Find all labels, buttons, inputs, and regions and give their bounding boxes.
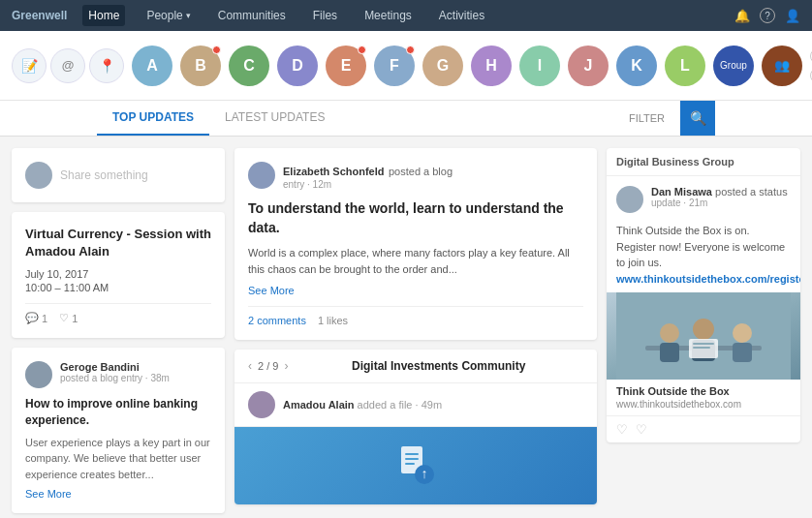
blog-author-info: Geroge Bandini posted a blog entry · 38m <box>60 361 170 383</box>
status-url: www.thinkoutsidethebox.com <box>607 399 800 415</box>
svg-point-12 <box>733 323 752 343</box>
event-card: Virtual Currency - Session with Amadou A… <box>12 212 225 338</box>
story-avatar-10[interactable]: J <box>568 46 609 86</box>
community-image: ↑ <box>234 427 597 504</box>
navigation-bar: Greenwell Home People ▾ Communities File… <box>0 0 812 31</box>
tabs-bar: TOP UPDATES LATEST UPDATES FILTER 🔍 <box>0 101 812 137</box>
bell-icon[interactable]: 🔔 <box>734 9 750 23</box>
event-time: 10:00 – 11:00 AM <box>25 282 211 293</box>
tab-latest-updates[interactable]: LATEST UPDATES <box>209 101 340 136</box>
nav-item-people[interactable]: People ▾ <box>141 5 196 26</box>
search-button[interactable]: 🔍 <box>680 101 715 136</box>
nav-right-icons: 🔔 ? 👤 <box>734 8 800 23</box>
status-footer: ♡ ♡ <box>607 415 800 442</box>
nav-item-files[interactable]: Files <box>307 5 343 26</box>
community-header: ‹ 2 / 9 › Digital Investments Community <box>234 350 597 383</box>
blog-author-avatar <box>25 361 52 388</box>
svg-rect-16 <box>693 347 710 349</box>
post-author-avatar <box>248 162 275 189</box>
status-title: Think Outside the Box <box>607 380 800 399</box>
post-time: entry · 12m <box>283 179 453 190</box>
event-like-action[interactable]: ♡ 1 <box>59 312 78 324</box>
post-footer: 2 comments 1 likes <box>248 306 583 326</box>
story-avatar-1[interactable]: A <box>132 46 172 86</box>
blog-excerpt: User experience plays a key part in our … <box>25 435 211 483</box>
svg-rect-15 <box>693 343 714 345</box>
status-image <box>607 292 800 380</box>
story-badge-2 <box>212 46 221 54</box>
blog-see-more[interactable]: See More <box>25 488 211 500</box>
filter-button[interactable]: FILTER <box>613 103 680 134</box>
blog-author-sub: posted a blog entry · 38m <box>60 373 170 383</box>
post-author-info: Elizabeth Schonfeld posted a blog entry … <box>283 162 453 190</box>
blog-meta: Geroge Bandini posted a blog entry · 38m <box>25 361 211 388</box>
svg-rect-9 <box>660 343 679 362</box>
status-info: Dan Misawa posted a status update · 21m <box>651 186 788 213</box>
create-post-icon[interactable]: 📝 <box>12 48 47 83</box>
nav-item-home[interactable]: Home <box>82 5 125 26</box>
post-author-name: Elizabeth Schonfeld <box>283 166 385 177</box>
post-see-more[interactable]: See More <box>248 285 583 296</box>
community-prev[interactable]: ‹ <box>248 359 252 373</box>
blog-author-name: Geroge Bandini <box>60 361 170 373</box>
event-comment-action[interactable]: 💬 1 <box>25 312 47 324</box>
story-avatar-8[interactable]: H <box>471 46 512 86</box>
share-input[interactable]: Share something <box>60 168 148 182</box>
story-avatar-11[interactable]: K <box>616 46 657 86</box>
community-next[interactable]: › <box>284 359 288 373</box>
svg-rect-3 <box>405 463 415 465</box>
community-card: ‹ 2 / 9 › Digital Investments Community … <box>234 350 597 504</box>
post-comments[interactable]: 2 comments <box>248 315 306 326</box>
search-icon: 🔍 <box>690 110 706 126</box>
story-avatar-7[interactable]: G <box>422 46 463 86</box>
story-badge-6 <box>406 46 415 54</box>
tab-top-updates[interactable]: TOP UPDATES <box>97 101 209 136</box>
nav-item-activities[interactable]: Activities <box>433 5 490 26</box>
post-likes[interactable]: 1 likes <box>318 315 348 326</box>
svg-rect-1 <box>405 453 419 455</box>
status-author: Dan Misawa <box>651 186 712 198</box>
event-date: July 10, 2017 <box>25 268 211 280</box>
story-badge-5 <box>358 46 366 54</box>
like-count: 1 <box>72 313 78 324</box>
nav-item-meetings[interactable]: Meetings <box>359 5 418 26</box>
share-box[interactable]: Share something <box>12 148 225 202</box>
share-avatar <box>25 162 52 189</box>
like-icon: ♡ <box>59 312 69 324</box>
community-page: 2 / 9 <box>258 360 278 372</box>
story-bar: 📝 @ 📍 A B C D E F G H I J K L Group 👥 + … <box>0 31 812 101</box>
left-column: Share something Virtual Currency - Sessi… <box>12 148 225 505</box>
post-title: To understand the world, learn to unders… <box>248 199 583 237</box>
location-icon[interactable]: 📍 <box>89 48 124 83</box>
meeting-illustration <box>616 292 791 380</box>
community-item-sub: added a file · 49m <box>358 399 442 411</box>
post-card: Elizabeth Schonfeld posted a blog entry … <box>234 148 597 340</box>
story-avatar-3[interactable]: C <box>229 46 269 86</box>
user-avatar-icon[interactable]: 👤 <box>785 9 800 23</box>
right-column: Digital Business Group Dan Misawa posted… <box>607 148 800 505</box>
story-avatar-9[interactable]: I <box>519 46 560 86</box>
status-link[interactable]: www.thinkoutsidethebox.com/register/9f85… <box>616 273 800 285</box>
event-title: Virtual Currency - Session with Amadou A… <box>25 226 211 260</box>
story-quick-actions: 📝 @ 📍 <box>12 48 124 83</box>
right-card: Digital Business Group Dan Misawa posted… <box>607 148 800 442</box>
mid-column: Elizabeth Schonfeld posted a blog entry … <box>234 148 597 505</box>
story-avatar-13[interactable]: Group <box>713 46 754 86</box>
right-card-header: Digital Business Group <box>607 148 800 176</box>
post-body: World is a complex place, where many fac… <box>248 245 583 277</box>
status-bookmark-icon[interactable]: ♡ <box>636 422 647 437</box>
community-item-avatar <box>248 391 275 418</box>
status-body: Think Outside the Box is on. Register no… <box>607 223 800 292</box>
status-post: Dan Misawa posted a status update · 21m <box>607 176 800 223</box>
nav-item-communities[interactable]: Communities <box>212 5 292 26</box>
svg-point-10 <box>693 319 714 340</box>
status-time: update · 21m <box>651 198 788 208</box>
help-icon[interactable]: ? <box>760 8 775 23</box>
status-like-icon[interactable]: ♡ <box>616 422 628 437</box>
story-avatar-14[interactable]: 👥 <box>762 46 802 86</box>
status-avatar <box>616 186 643 213</box>
status-image-inner <box>607 292 800 380</box>
story-avatar-12[interactable]: L <box>665 46 705 86</box>
mention-icon[interactable]: @ <box>50 48 85 83</box>
story-avatar-4[interactable]: D <box>277 46 318 86</box>
